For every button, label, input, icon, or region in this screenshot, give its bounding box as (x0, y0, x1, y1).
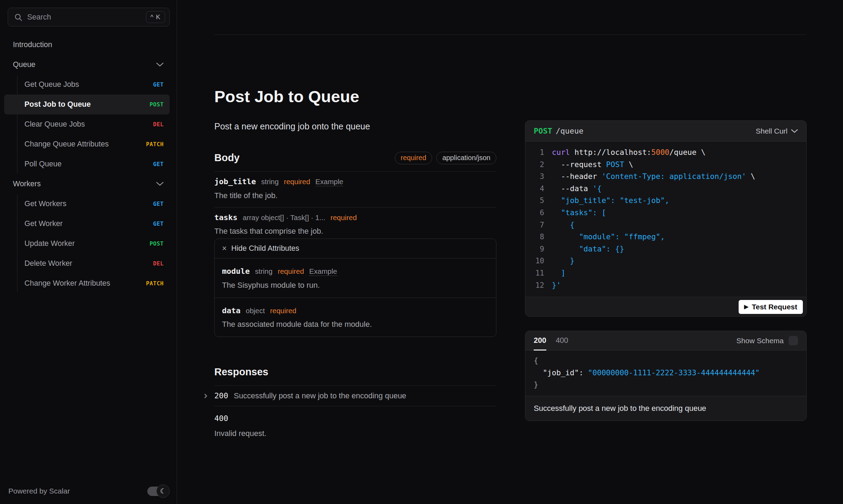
sidebar: ^ K IntroductionQueueGet Queue JobsGETPo… (0, 0, 177, 504)
code-line: 5 "job_title": "test-job", (529, 195, 799, 207)
attribute-type: string (255, 267, 272, 276)
sidebar-item-get-queue-jobs[interactable]: Get Queue JobsGET (4, 75, 170, 95)
sidebar-item-change-worker-attributes[interactable]: Change Worker AttributesPATCH (4, 273, 170, 293)
sidebar-item-post-job-to-queue[interactable]: Post Job to QueuePOST (4, 95, 170, 114)
attribute-name: tasks (214, 213, 237, 222)
search-icon (14, 13, 22, 21)
request-code: 1curl http://localhost:5000/queue \2 --r… (525, 142, 806, 297)
code-line: 1curl http://localhost:5000/queue \ (529, 146, 799, 159)
sidebar-item-get-workers[interactable]: Get WorkersGET (4, 194, 170, 214)
code-line: { (534, 355, 798, 367)
section-divider (214, 35, 806, 35)
code-token: { (552, 220, 575, 229)
attribute-example-link[interactable]: Example (309, 267, 337, 276)
sidebar-item-update-worker[interactable]: Update WorkerPOST (4, 234, 170, 254)
attribute-description: The title of the job. (214, 191, 496, 200)
code-token: --request (552, 160, 606, 169)
sidebar-item-label: Get Queue Jobs (24, 80, 79, 89)
code-text: "data": {} (552, 243, 624, 255)
sidebar-group-items: Get Queue JobsGETPost Job to QueuePOSTCl… (0, 75, 177, 174)
response-tabs: 200 400 (534, 331, 568, 350)
response-code: 200 (214, 391, 228, 400)
chevron-down-icon (156, 62, 170, 67)
sidebar-item-label: Delete Worker (24, 259, 72, 268)
sidebar-item-change-queue-attributes[interactable]: Change Queue AttributesPATCH (4, 134, 170, 154)
show-schema-label: Show Schema (737, 337, 784, 345)
sidebar-item-poll-queue[interactable]: Poll QueueGET (4, 154, 170, 174)
response-card-header: 200 400 Show Schema (525, 331, 806, 351)
code-line: "job_id": "00000000-1111-2222-3333-44444… (534, 367, 798, 379)
search-input[interactable] (27, 13, 146, 22)
sidebar-group-queue[interactable]: Queue (4, 55, 170, 75)
code-text: { (552, 219, 575, 231)
code-line: 11 ] (529, 267, 799, 279)
attribute-required: required (278, 267, 304, 276)
sidebar-item-label: Change Queue Attributes (24, 140, 109, 149)
method-badge: GET (153, 201, 170, 207)
line-number: 12 (529, 279, 544, 292)
line-number: 6 (529, 207, 544, 219)
tab-200[interactable]: 200 (534, 331, 546, 350)
code-line: 6 "tasks": [ (529, 207, 799, 219)
sidebar-item-delete-worker[interactable]: Delete WorkerDEL (4, 254, 170, 273)
sidebar-item-label: Post Job to Queue (24, 100, 91, 109)
sidebar-item-label: Change Worker Attributes (24, 279, 110, 288)
sidebar-nav: IntroductionQueueGet Queue JobsGETPost J… (0, 35, 177, 293)
code-token: }' (552, 281, 561, 289)
code-token: "tasks": [ (552, 208, 606, 217)
sidebar-group-workers[interactable]: Workers (4, 174, 170, 194)
chevron-right-icon[interactable]: › (204, 390, 207, 400)
sidebar-item-introduction[interactable]: Introduction (4, 35, 170, 55)
code-token: "module": "ffmpeg", (552, 232, 665, 241)
code-line: 7 { (529, 219, 799, 231)
method-badge: POST (149, 101, 170, 108)
search-box[interactable]: ^ K (8, 8, 170, 27)
request-signature: POST/queue (534, 127, 583, 135)
sidebar-item-clear-queue-jobs[interactable]: Clear Queue JobsDEL (4, 114, 170, 134)
theme-toggle[interactable]: ☾ (147, 484, 170, 498)
code-token: "job_id": (534, 368, 588, 377)
sidebar-group-label: Workers (13, 180, 41, 188)
sidebar-item-label: Update Worker (24, 239, 75, 248)
show-schema-checkbox[interactable] (789, 336, 798, 345)
code-text: "module": "ffmpeg", (552, 231, 665, 243)
code-line: 9 "data": {} (529, 243, 799, 255)
code-token: --data (552, 184, 593, 193)
attribute-head: data object required (222, 306, 489, 315)
code-token: "job_title": "test-job", (552, 196, 670, 205)
response-row-200[interactable]: › 200 Successfully post a new job to the… (214, 386, 496, 406)
method-badge: DEL (153, 260, 170, 267)
code-line: 2 --request POST \ (529, 159, 799, 171)
attribute-type: object (246, 307, 265, 315)
play-icon: ▶ (744, 303, 749, 310)
code-token: curl (552, 148, 570, 157)
test-request-button[interactable]: ▶ Test Request (739, 300, 803, 314)
method-badge: PATCH (146, 141, 170, 148)
language-selector[interactable]: Shell Curl (756, 127, 798, 135)
powered-by-scalar-link[interactable]: Powered by Scalar (8, 487, 70, 495)
theme-toggle-thumb[interactable]: ☾ (156, 484, 170, 498)
attribute-example-link[interactable]: Example (316, 178, 343, 186)
attribute-head: tasks array object[] · Task[] · 1... req… (214, 213, 496, 222)
request-card-header: POST/queue Shell Curl (525, 121, 806, 142)
code-text: { (534, 355, 538, 367)
shortcut-badge: ^ K (146, 11, 165, 23)
child-attributes-panel: × Hide Child Attributes module string re… (214, 239, 496, 337)
attribute-name: data (222, 306, 241, 315)
attribute-description: The Sisyphus module to run. (222, 281, 489, 290)
code-token: "data": {} (552, 245, 624, 253)
attribute-head: job_title string required Example (214, 177, 496, 186)
body-badges: required application/json (395, 152, 496, 164)
code-token: { (534, 356, 538, 365)
attribute-required: required (331, 213, 357, 222)
code-text: "tasks": [ (552, 207, 606, 219)
code-token: } (534, 380, 538, 389)
close-icon: × (222, 245, 227, 253)
attribute-required: required (270, 307, 296, 315)
attribute-row-data: data object required The associated modu… (215, 298, 496, 337)
show-schema-control: Show Schema (737, 336, 798, 345)
body-section-header: Body required application/json (214, 152, 496, 164)
tab-400[interactable]: 400 (556, 331, 568, 350)
sidebar-item-get-worker[interactable]: Get WorkerGET (4, 214, 170, 234)
hide-child-attributes-button[interactable]: × Hide Child Attributes (215, 239, 496, 258)
